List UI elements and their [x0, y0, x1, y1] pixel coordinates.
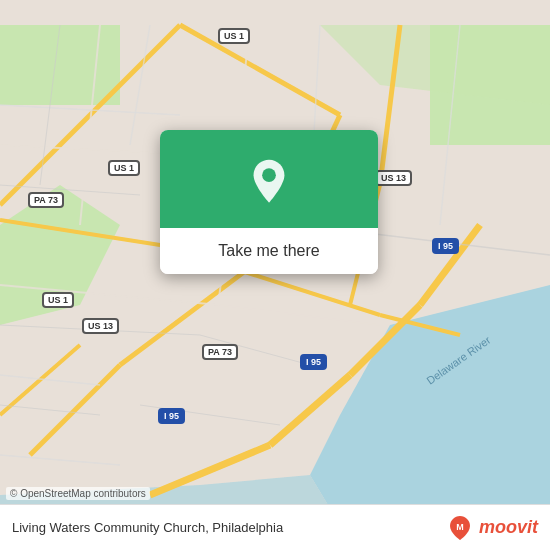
route-badge-us13-top: US 13: [375, 170, 412, 186]
svg-line-32: [0, 375, 100, 385]
bottom-bar: Living Waters Community Church, Philadel…: [0, 504, 550, 550]
map-container[interactable]: Delaware River US 1 US 1 US 1 US 13 US 1…: [0, 0, 550, 550]
location-pin-icon: [245, 158, 293, 206]
route-badge-pa73-mid: PA 73: [202, 344, 238, 360]
svg-line-33: [0, 455, 120, 465]
svg-line-13: [0, 345, 80, 415]
route-badge-i95-top: I 95: [432, 238, 459, 254]
take-me-there-button[interactable]: Take me there: [160, 228, 378, 274]
route-badge-us1-mid: US 1: [108, 160, 140, 176]
route-badge-us13-bot: US 13: [82, 318, 119, 334]
svg-text:M: M: [456, 522, 464, 532]
route-badge-us1-top: US 1: [218, 28, 250, 44]
svg-line-28: [130, 25, 150, 145]
svg-line-17: [420, 225, 480, 305]
location-label: Living Waters Community Church, Philadel…: [12, 520, 283, 535]
route-badge-us1-bot: US 1: [42, 292, 74, 308]
svg-point-42: [262, 168, 276, 182]
moovit-logo: M moovit: [446, 514, 538, 542]
osm-attribution: © OpenStreetMap contributors: [6, 487, 150, 500]
popup-header: [160, 130, 378, 228]
svg-line-40: [0, 405, 100, 415]
map-roads-layer: Delaware River: [0, 0, 550, 550]
moovit-icon: M: [446, 514, 474, 542]
svg-rect-0: [0, 25, 120, 105]
route-badge-i95-bot: I 95: [158, 408, 185, 424]
route-badge-pa73-left: PA 73: [28, 192, 64, 208]
popup-card: Take me there: [160, 130, 378, 274]
route-badge-i95-mid: I 95: [300, 354, 327, 370]
moovit-text: moovit: [479, 517, 538, 538]
